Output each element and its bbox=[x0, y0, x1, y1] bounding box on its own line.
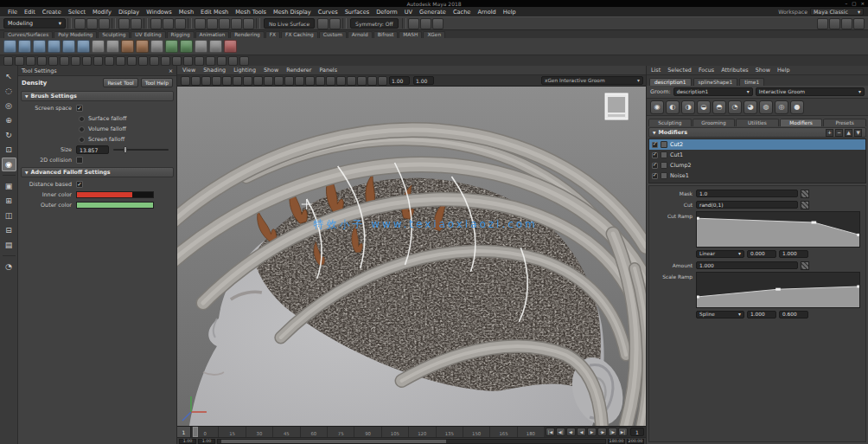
viewport-menu-item[interactable]: Panels bbox=[319, 67, 337, 74]
timeline-track[interactable]: 0153045607590105120135150165180 bbox=[191, 427, 544, 437]
width-brush-icon[interactable] bbox=[48, 56, 58, 66]
distance-checkbox[interactable]: ✓ bbox=[76, 181, 83, 188]
section-tab[interactable]: Grooming bbox=[692, 119, 736, 126]
combine-icon[interactable] bbox=[165, 40, 178, 53]
cut-field[interactable]: rand(0,1) bbox=[696, 201, 798, 209]
boolean-icon[interactable] bbox=[224, 40, 237, 53]
menu-item[interactable]: Display bbox=[115, 9, 143, 16]
shaded-icon[interactable] bbox=[316, 76, 325, 86]
extrude-icon[interactable] bbox=[136, 40, 149, 53]
current-frame-field[interactable]: 1 bbox=[630, 428, 644, 436]
anim-start-field[interactable]: 1.00 bbox=[179, 439, 196, 444]
timeline-tick[interactable]: 105 bbox=[381, 427, 408, 437]
open-scene-icon[interactable] bbox=[86, 18, 98, 29]
cut-brush-icon[interactable]: ◕ bbox=[744, 100, 757, 114]
lock-camera-icon[interactable] bbox=[191, 76, 201, 86]
render-icon[interactable] bbox=[408, 18, 419, 29]
menu-item[interactable]: Help bbox=[500, 9, 520, 16]
refresh-groom-icon[interactable] bbox=[239, 56, 249, 66]
section-tab[interactable]: Presets bbox=[823, 119, 866, 126]
timeline-tick[interactable]: 45 bbox=[272, 427, 299, 437]
zoom-icon[interactable]: ◔ bbox=[2, 260, 16, 273]
timeline-tick[interactable]: 135 bbox=[436, 427, 463, 437]
smooth-brush-icon[interactable]: ◐ bbox=[666, 100, 680, 114]
section-tab[interactable]: Modifiers bbox=[780, 119, 823, 126]
cylinder-icon[interactable] bbox=[33, 40, 46, 53]
snap-to-point-icon[interactable] bbox=[219, 18, 230, 29]
noise-brush-icon[interactable]: ◎ bbox=[775, 100, 788, 114]
falloff-radio[interactable] bbox=[79, 137, 85, 143]
snap-to-grid-icon[interactable] bbox=[195, 18, 206, 29]
shelf-tab[interactable]: Curves/Surfaces bbox=[3, 31, 53, 39]
play-forwards-icon[interactable]: ▶ bbox=[587, 428, 597, 436]
timeline-tick[interactable]: 30 bbox=[246, 427, 272, 437]
anim-end-field[interactable]: 200.00 bbox=[627, 439, 644, 444]
wind-brush-icon[interactable] bbox=[195, 56, 204, 66]
attribute-menu-item[interactable]: Help bbox=[777, 67, 790, 74]
attribute-menu-item[interactable]: List bbox=[651, 67, 661, 74]
go-to-end-icon[interactable]: ▶| bbox=[618, 428, 628, 436]
gamma-field[interactable]: 1.00 bbox=[413, 76, 434, 85]
shelf-tab[interactable]: Poly Modeling bbox=[54, 31, 97, 39]
workspace-dropdown[interactable]: Maya Classic ▾ bbox=[810, 8, 864, 16]
texture-map-button[interactable] bbox=[801, 190, 809, 198]
safe-title-icon[interactable] bbox=[295, 76, 304, 86]
construction-history-icon[interactable] bbox=[317, 18, 329, 29]
split-left-layout-icon[interactable]: ◫ bbox=[2, 209, 16, 222]
select-object-icon[interactable] bbox=[163, 18, 174, 29]
texture-map-button[interactable] bbox=[801, 261, 809, 270]
advanced-settings-section-header[interactable]: ▼ Advanced Falloff Settings bbox=[21, 167, 174, 177]
shelf-tab[interactable]: Arnold bbox=[348, 31, 373, 39]
snap-to-plane-icon[interactable] bbox=[231, 18, 242, 29]
plane-icon[interactable] bbox=[48, 40, 61, 53]
inner-color-swatch[interactable] bbox=[76, 191, 154, 198]
twist-brush-icon[interactable] bbox=[183, 56, 193, 66]
paint-select-tool-icon[interactable]: ◎ bbox=[2, 99, 16, 113]
preset-dropdown[interactable]: Interactive Groom ▾ bbox=[756, 87, 865, 96]
clump-brush-icon[interactable] bbox=[82, 56, 92, 66]
ambient-occlusion-icon[interactable] bbox=[357, 76, 367, 86]
four-pane-layout-icon[interactable]: ⊞ bbox=[2, 194, 16, 208]
shelf-tab[interactable]: Bifrost bbox=[373, 31, 399, 39]
step-back-key-icon[interactable]: ◀· bbox=[566, 428, 576, 436]
modeling-toolkit-toggle-icon[interactable] bbox=[853, 18, 865, 29]
cut-ramp-editor[interactable] bbox=[696, 211, 860, 248]
modifier-item[interactable]: ✓ Clump2 bbox=[649, 160, 865, 171]
maximize-icon[interactable]: ▢ bbox=[852, 0, 856, 7]
mask-field[interactable]: 1.0 bbox=[696, 190, 798, 197]
menu-item[interactable]: Create bbox=[39, 9, 65, 16]
field-chart-icon[interactable] bbox=[274, 76, 284, 86]
texture-map-button[interactable] bbox=[801, 201, 809, 209]
sphere-icon[interactable] bbox=[3, 40, 16, 53]
viewport-menu-item[interactable]: Lighting bbox=[233, 67, 256, 74]
menu-item[interactable]: Deform bbox=[373, 9, 401, 16]
shelf-tab[interactable]: FX Caching bbox=[281, 31, 318, 39]
timeline-tick[interactable]: 75 bbox=[327, 427, 354, 437]
amount-field[interactable]: 1.000 bbox=[696, 261, 798, 269]
mirror-icon[interactable] bbox=[209, 40, 222, 53]
single-pane-layout-icon[interactable]: ▣ bbox=[2, 179, 16, 193]
smooth-brush-icon[interactable] bbox=[116, 56, 125, 66]
noise-brush-icon[interactable] bbox=[93, 56, 103, 66]
attribute-editor-toggle-icon[interactable] bbox=[817, 18, 828, 29]
menu-item[interactable]: Select bbox=[65, 9, 89, 16]
menu-item[interactable]: Curves bbox=[315, 9, 341, 16]
close-icon[interactable]: × bbox=[169, 68, 173, 74]
step-back-frame-icon[interactable]: ◀| bbox=[556, 428, 565, 436]
tool-settings-toggle-icon[interactable] bbox=[829, 18, 840, 29]
collision-checkbox[interactable] bbox=[76, 157, 83, 164]
node-tab[interactable]: time1 bbox=[739, 78, 764, 86]
menu-item[interactable]: Edit bbox=[21, 9, 39, 16]
wireframe-icon[interactable] bbox=[305, 76, 315, 86]
selected-value-field[interactable]: 0.600 bbox=[779, 311, 808, 319]
resolution-gate-icon[interactable] bbox=[253, 76, 263, 86]
outliner-layout-icon[interactable]: ▤ bbox=[2, 238, 16, 252]
step-forward-key-icon[interactable]: ·▶ bbox=[597, 428, 607, 436]
viewport-menu-item[interactable]: Renderer bbox=[286, 67, 311, 74]
select-component-icon[interactable] bbox=[175, 18, 186, 29]
viewport-canvas[interactable]: 特效小子 www.texiaoxiaozi.com bbox=[177, 87, 646, 426]
rotate-tool-icon[interactable]: ↻ bbox=[2, 128, 16, 142]
menu-item[interactable]: UV bbox=[401, 9, 416, 16]
timeline-tick[interactable]: 15 bbox=[218, 427, 245, 437]
selected-position-field[interactable]: 0.000 bbox=[747, 250, 776, 258]
